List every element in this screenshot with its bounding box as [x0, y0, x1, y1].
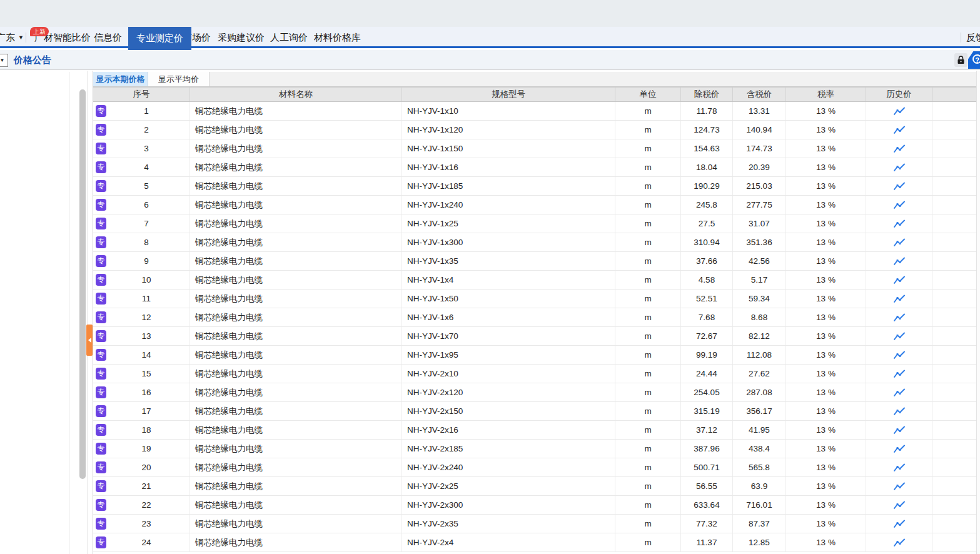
nav-item-professional-price[interactable]: 专业测定价 — [128, 27, 191, 50]
history-price-button[interactable] — [866, 252, 932, 270]
history-price-button[interactable] — [866, 327, 932, 345]
cell-material-name: 铜芯绝缘电力电缆 — [190, 121, 402, 139]
table-row[interactable]: 专 4 铜芯绝缘电力电缆 NH-YJV-1x16 m 18.04 20.39 1… — [93, 158, 980, 177]
panel-collapse-handle[interactable] — [86, 325, 93, 356]
cell-tax-rate: 13 % — [786, 158, 866, 176]
table-row[interactable]: 专 19 铜芯绝缘电力电缆 NH-YJV-2x185 m 387.96 438.… — [93, 440, 980, 458]
table-row[interactable]: 专 20 铜芯绝缘电力电缆 NH-YJV-2x240 m 500.71 565.… — [93, 458, 980, 477]
table-row[interactable]: 专 2 铜芯绝缘电力电缆 NH-YJV-1x120 m 124.73 140.9… — [93, 121, 980, 139]
table-row[interactable]: 专 1 铜芯绝缘电力电缆 NH-YJV-1x10 m 11.78 13.31 1… — [93, 102, 980, 121]
history-price-button[interactable] — [866, 233, 932, 251]
history-price-button[interactable] — [866, 346, 932, 364]
cell-price-inc-tax: 277.75 — [733, 196, 786, 214]
nav-item-material-db[interactable]: 材料价格库 — [314, 27, 361, 48]
tab-average-price[interactable]: 显示平均价 — [148, 72, 210, 86]
cell-spec: NH-YJV-1x150 — [402, 139, 615, 158]
history-price-button[interactable] — [866, 402, 932, 420]
table-row[interactable]: 专 3 铜芯绝缘电力电缆 NH-YJV-1x150 m 154.63 174.7… — [93, 139, 980, 158]
nav-item-feedback[interactable]: 反馈 — [966, 27, 980, 48]
table-row[interactable]: 专 12 铜芯绝缘电力电缆 NH-YJV-1x6 m 7.68 8.68 13 … — [93, 308, 980, 327]
cell-material-name: 铜芯绝缘电力电缆 — [190, 402, 402, 420]
cell-price-inc-tax: 215.03 — [733, 177, 786, 195]
table-row[interactable]: 专 6 铜芯绝缘电力电缆 NH-YJV-1x240 m 245.8 277.75… — [93, 196, 980, 214]
table-row[interactable]: 专 17 铜芯绝缘电力电缆 NH-YJV-2x150 m 315.19 356.… — [93, 402, 980, 421]
seq-number: 21 — [141, 481, 151, 491]
table-row[interactable]: 专 15 铜芯绝缘电力电缆 NH-YJV-2x10 m 24.44 27.62 … — [93, 365, 980, 383]
cell-price-ex-tax: 72.67 — [681, 327, 733, 345]
cell-unit: m — [615, 383, 681, 401]
history-price-button[interactable] — [866, 440, 932, 458]
nav-item-purchase-advice[interactable]: 采购建议价 — [218, 27, 265, 48]
cell-empty — [932, 252, 980, 270]
history-price-button[interactable] — [866, 383, 932, 401]
history-price-button[interactable] — [866, 271, 932, 289]
history-price-button[interactable] — [866, 214, 932, 233]
history-price-button[interactable] — [866, 196, 932, 214]
table-row[interactable]: 专 18 铜芯绝缘电力电缆 NH-YJV-2x16 m 37.12 41.95 … — [93, 421, 980, 440]
cell-price-ex-tax: 315.19 — [681, 402, 733, 420]
history-price-button[interactable] — [866, 102, 932, 120]
cell-unit: m — [615, 271, 681, 289]
table-row[interactable]: 专 5 铜芯绝缘电力电缆 NH-YJV-1x185 m 190.29 215.0… — [93, 177, 980, 196]
table-row[interactable]: 专 21 铜芯绝缘电力电缆 NH-YJV-2x25 m 56.55 63.9 1… — [93, 477, 980, 496]
seq-number: 24 — [141, 538, 151, 547]
tab-current-period-price[interactable]: 显示本期价格 — [93, 72, 148, 86]
toolbar: ▼ 价格公告 ? — [0, 50, 980, 70]
history-price-button[interactable] — [866, 533, 932, 551]
cell-spec: NH-YJV-1x300 — [402, 233, 615, 251]
region-selector[interactable]: 广东 ▼ — [0, 27, 24, 48]
table-row[interactable]: 专 11 铜芯绝缘电力电缆 NH-YJV-1x50 m 52.51 59.34 … — [93, 290, 980, 308]
seq-number: 6 — [144, 200, 149, 209]
history-price-button[interactable] — [866, 515, 932, 533]
table-row[interactable]: 专 14 铜芯绝缘电力电缆 NH-YJV-1x95 m 99.19 112.08… — [93, 346, 980, 365]
cell-spec: NH-YJV-1x10 — [402, 102, 615, 120]
table-row[interactable]: 专 16 铜芯绝缘电力电缆 NH-YJV-2x120 m 254.05 287.… — [93, 383, 980, 402]
panel-scrollbar-thumb[interactable] — [79, 89, 86, 479]
cell-seq: 专 6 — [93, 196, 190, 214]
cell-unit: m — [615, 346, 681, 364]
pro-badge: 专 — [96, 180, 106, 192]
nav-item-info-price[interactable]: 信息价 — [94, 27, 122, 48]
history-price-button[interactable] — [866, 458, 932, 476]
history-price-button[interactable] — [866, 365, 932, 383]
history-price-button[interactable] — [866, 158, 932, 176]
lock-button[interactable] — [954, 53, 967, 67]
history-price-button[interactable] — [866, 121, 932, 139]
table-row[interactable]: 专 24 铜芯绝缘电力电缆 NH-YJV-2x4 m 11.37 12.85 1… — [93, 533, 980, 552]
main-content: 显示本期价格 显示平均价 序号 材料名称 规格型号 单位 除税价 含税价 税率 … — [93, 71, 980, 554]
pro-badge: 专 — [96, 386, 106, 398]
lock-icon — [957, 56, 965, 64]
cell-tax-rate: 13 % — [786, 477, 866, 495]
cell-material-name: 铜芯绝缘电力电缆 — [190, 233, 402, 251]
history-price-button[interactable] — [866, 290, 932, 308]
table-row[interactable]: 专 9 铜芯绝缘电力电缆 NH-YJV-1x35 m 37.66 42.56 1… — [93, 252, 980, 271]
help-button[interactable]: ? — [968, 51, 980, 69]
cell-unit: m — [615, 327, 681, 345]
nav-item-labor-inquiry[interactable]: 人工询价 — [270, 27, 308, 48]
history-price-button[interactable] — [866, 139, 932, 158]
cell-price-ex-tax: 154.63 — [681, 139, 733, 158]
pro-badge: 专 — [96, 218, 106, 229]
cell-material-name: 铜芯绝缘电力电缆 — [190, 158, 402, 176]
header-material: 材料名称 — [190, 88, 402, 101]
nav-divider — [26, 33, 26, 43]
history-price-button[interactable] — [866, 177, 932, 195]
table-row[interactable]: 专 7 铜芯绝缘电力电缆 NH-YJV-1x25 m 27.5 31.07 13… — [93, 214, 980, 233]
history-price-button[interactable] — [866, 308, 932, 326]
cell-price-ex-tax: 387.96 — [681, 440, 733, 458]
history-price-button[interactable] — [866, 421, 932, 439]
table-row[interactable]: 专 8 铜芯绝缘电力电缆 NH-YJV-1x300 m 310.94 351.3… — [93, 233, 980, 252]
history-price-button[interactable] — [866, 477, 932, 495]
table-row[interactable]: 专 23 铜芯绝缘电力电缆 NH-YJV-2x35 m 77.32 87.37 … — [93, 515, 980, 533]
header-ex-tax: 除税价 — [681, 88, 733, 101]
history-price-button[interactable] — [866, 496, 932, 514]
window-top-strip — [0, 0, 980, 27]
cell-seq: 专 21 — [93, 477, 190, 495]
window-scrollbar[interactable] — [976, 71, 980, 554]
collapse-dropdown[interactable]: ▼ — [0, 54, 8, 67]
cell-price-ex-tax: 124.73 — [681, 121, 733, 139]
table-row[interactable]: 专 10 铜芯绝缘电力电缆 NH-YJV-1x4 m 4.58 5.17 13 … — [93, 271, 980, 290]
table-row[interactable]: 专 13 铜芯绝缘电力电缆 NH-YJV-1x70 m 72.67 82.12 … — [93, 327, 980, 346]
table-row[interactable]: 专 22 铜芯绝缘电力电缆 NH-YJV-2x300 m 633.64 716.… — [93, 496, 980, 515]
cell-price-ex-tax: 24.44 — [681, 365, 733, 383]
